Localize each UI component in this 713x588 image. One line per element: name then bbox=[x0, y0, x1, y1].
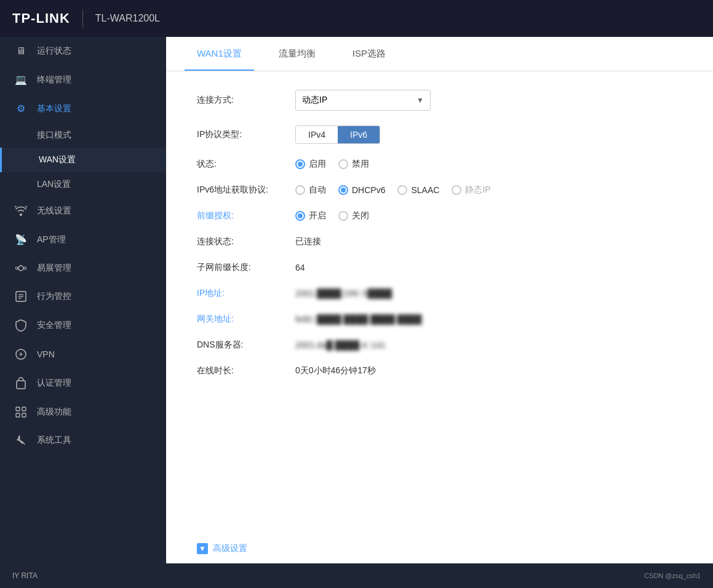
ipv6-auto-option[interactable]: 自动 bbox=[295, 185, 326, 196]
online-time-value: 0天0小时46分钟17秒 bbox=[295, 365, 376, 376]
prefix-on-option[interactable]: 开启 bbox=[295, 210, 326, 221]
sidebar-label-wireless: 无线设置 bbox=[37, 205, 71, 217]
sidebar-item-auth[interactable]: 认证管理 bbox=[0, 368, 166, 398]
conn-status-label: 连接状态: bbox=[197, 236, 295, 247]
status-enabled-option[interactable]: 启用 bbox=[295, 159, 326, 170]
advanced-settings-label: 高级设置 bbox=[213, 543, 247, 554]
ipv6-button[interactable]: IPv6 bbox=[338, 126, 380, 143]
sidebar-item-basic[interactable]: ⚙ 基本设置 bbox=[0, 94, 166, 123]
prefix-on-radio[interactable] bbox=[295, 211, 305, 221]
status-disabled-option[interactable]: 禁用 bbox=[338, 159, 369, 170]
prefix-off-radio[interactable] bbox=[338, 211, 348, 221]
svg-point-2 bbox=[24, 267, 26, 269]
status-disabled-radio[interactable] bbox=[338, 159, 348, 169]
ip-value: 2001:████:299::5████ bbox=[295, 288, 392, 298]
tools-icon bbox=[12, 435, 30, 446]
subnet-prefix-label: 子网前缀长度: bbox=[197, 262, 295, 273]
ipv6-slaac-radio[interactable] bbox=[397, 185, 407, 195]
footer-left: IY RITA bbox=[12, 571, 38, 580]
sidebar-item-security[interactable]: 安全管理 bbox=[0, 311, 166, 340]
wireless-icon bbox=[12, 206, 30, 216]
connection-type-row: 连接方式: 动态IP ▼ bbox=[197, 90, 682, 111]
ipv6-static-option[interactable]: 静态IP bbox=[452, 185, 490, 196]
prefix-off-option[interactable]: 关闭 bbox=[338, 210, 369, 221]
prefix-radio-group: 开启 关闭 bbox=[295, 210, 369, 221]
svg-rect-9 bbox=[16, 407, 20, 411]
sidebar-item-tools[interactable]: 系统工具 bbox=[0, 426, 166, 455]
ip-control: 2001:████:299::5████ bbox=[295, 288, 392, 298]
yizhan-icon bbox=[12, 263, 30, 274]
sidebar-item-advanced[interactable]: 高级功能 bbox=[0, 398, 166, 426]
ip-protocol-label: IP协议类型: bbox=[197, 129, 295, 140]
ipv6-auto-radio[interactable] bbox=[295, 185, 305, 195]
vpn-icon bbox=[12, 349, 30, 360]
footer-right: CSDN @zsq_csh1 bbox=[644, 572, 701, 579]
ipv6-slaac-option[interactable]: SLAAC bbox=[397, 185, 439, 195]
sidebar-item-ap[interactable]: 📡 AP管理 bbox=[0, 225, 166, 254]
gateway-row: 网关地址: fe80::████:████:████:████ bbox=[197, 314, 682, 325]
tab-wan1[interactable]: WAN1设置 bbox=[185, 37, 254, 71]
gateway-control: fe80::████:████:████:████ bbox=[295, 314, 421, 324]
connection-type-control: 动态IP ▼ bbox=[295, 90, 431, 111]
ipv6-dhcpv6-option[interactable]: DHCPv6 bbox=[338, 185, 385, 195]
shield-icon bbox=[12, 319, 30, 332]
header-divider bbox=[82, 9, 83, 28]
connection-type-value: 动态IP bbox=[302, 95, 327, 106]
svg-rect-10 bbox=[22, 407, 26, 411]
header: TP-LINK TL-WAR1200L bbox=[0, 0, 713, 37]
sidebar-item-yizhan[interactable]: 易展管理 bbox=[0, 254, 166, 282]
sidebar-item-behavior[interactable]: 行为管控 bbox=[0, 282, 166, 311]
advanced-settings-section[interactable]: ▼ 高级设置 bbox=[166, 534, 713, 563]
connection-type-select[interactable]: 动态IP ▼ bbox=[295, 90, 431, 111]
status-disabled-label: 禁用 bbox=[352, 159, 369, 170]
sidebar-label-advanced: 高级功能 bbox=[37, 407, 71, 418]
logo: TP-LINK bbox=[12, 10, 70, 26]
tab-balance[interactable]: 流量均衡 bbox=[266, 37, 328, 71]
sidebar-label-security: 安全管理 bbox=[37, 320, 71, 331]
subnet-prefix-row: 子网前缀长度: 64 bbox=[197, 262, 682, 273]
sidebar-item-vpn[interactable]: VPN bbox=[0, 340, 166, 368]
sidebar-item-status[interactable]: 🖥 运行状态 bbox=[0, 37, 166, 65]
status-icon: 🖥 bbox=[12, 46, 30, 57]
sidebar-subitem-lan[interactable]: LAN设置 bbox=[0, 172, 166, 197]
sidebar-item-wireless[interactable]: 无线设置 bbox=[0, 197, 166, 225]
ipv6-protocol-radio-group: 自动 DHCPv6 SLAAC 静态IP bbox=[295, 185, 491, 196]
gear-icon: ⚙ bbox=[12, 103, 30, 114]
dns-control: 2001:da█:████:4::141 bbox=[295, 340, 386, 350]
ipv6-static-label: 静态IP bbox=[465, 185, 490, 196]
ip-label: IP地址: bbox=[197, 288, 295, 299]
ipv4-button[interactable]: IPv4 bbox=[296, 126, 338, 143]
ip-row: IP地址: 2001:████:299::5████ bbox=[197, 288, 682, 299]
prefix-off-label: 关闭 bbox=[352, 210, 369, 221]
main-layout: 🖥 运行状态 💻 终端管理 ⚙ 基本设置 接口模式 WAN设置 LAN设置 bbox=[0, 37, 713, 563]
sidebar-subitem-interface[interactable]: 接口模式 bbox=[0, 123, 166, 148]
ap-icon: 📡 bbox=[12, 234, 30, 245]
conn-status-row: 连接状态: 已连接 bbox=[197, 236, 682, 247]
sidebar-label-status: 运行状态 bbox=[37, 46, 71, 57]
status-enabled-radio[interactable] bbox=[295, 159, 305, 169]
status-row: 状态: 启用 禁用 bbox=[197, 159, 682, 170]
ip-protocol-control: IPv4 IPv6 bbox=[295, 125, 380, 144]
sidebar-subitem-wan[interactable]: WAN设置 bbox=[0, 148, 166, 172]
ip-protocol-row: IP协议类型: IPv4 IPv6 bbox=[197, 125, 682, 144]
ipv6-static-radio[interactable] bbox=[452, 185, 461, 195]
ipv6-slaac-label: SLAAC bbox=[411, 185, 439, 195]
ipv6-dhcpv6-radio[interactable] bbox=[338, 185, 348, 195]
gateway-label: 网关地址: bbox=[197, 314, 295, 325]
sidebar-label-yizhan: 易展管理 bbox=[37, 263, 71, 274]
status-radio-group: 启用 禁用 bbox=[295, 159, 369, 170]
advanced-settings-icon: ▼ bbox=[197, 543, 208, 554]
ipv6-protocol-row: IPv6地址获取协议: 自动 DHCPv6 SLAAC bbox=[197, 185, 682, 196]
sidebar-label-auth: 认证管理 bbox=[37, 378, 71, 389]
sidebar-label-basic: 基本设置 bbox=[37, 103, 71, 114]
prefix-row: 前缀授权: 开启 关闭 bbox=[197, 210, 682, 221]
connection-type-label: 连接方式: bbox=[197, 95, 295, 106]
tab-isp[interactable]: ISP选路 bbox=[340, 37, 398, 71]
content-area: WAN1设置 流量均衡 ISP选路 连接方式: 动态IP ▼ IP协议类型: bbox=[166, 37, 713, 563]
sidebar-item-terminal[interactable]: 💻 终端管理 bbox=[0, 65, 166, 94]
dns-label: DNS服务器: bbox=[197, 340, 295, 351]
sidebar-label-ap: AP管理 bbox=[37, 234, 66, 245]
sidebar-label-behavior: 行为管控 bbox=[37, 291, 71, 302]
online-time-control: 0天0小时46分钟17秒 bbox=[295, 365, 376, 376]
sidebar-label-vpn: VPN bbox=[37, 349, 55, 359]
